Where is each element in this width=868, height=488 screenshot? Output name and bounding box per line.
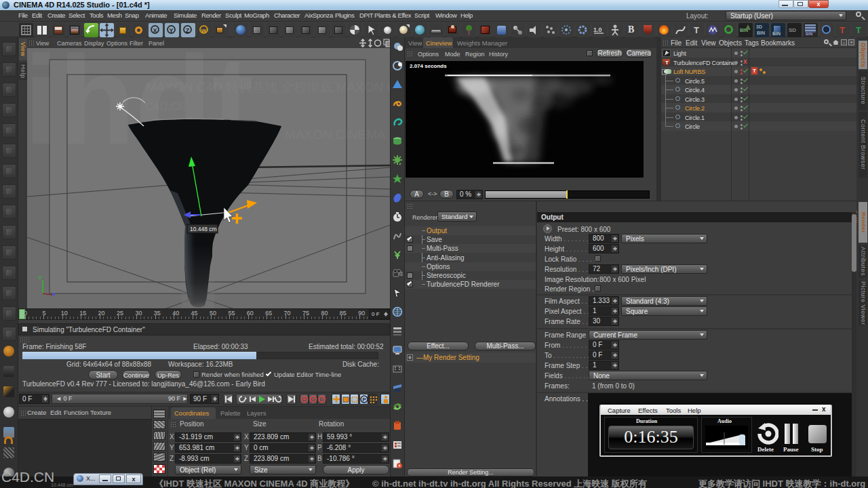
svg-text:?: ? (321, 397, 323, 402)
svg-text:MAXON C4D 特训基地 全程彻底 MAXON CINE: MAXON C4D 特训基地 全程彻底 MAXON CINE (146, 80, 390, 94)
svg-text:MAXON CINEMA: MAXON CINEMA (285, 127, 386, 142)
svg-text:P: P (362, 396, 366, 403)
svg-text:C4D.CN: C4D.CN (146, 101, 186, 113)
svg-text:Y: Y (38, 274, 42, 281)
svg-text:10.448 cm: 10.448 cm (190, 226, 217, 232)
svg-text:2.074 seconds: 2.074 seconds (410, 63, 447, 69)
